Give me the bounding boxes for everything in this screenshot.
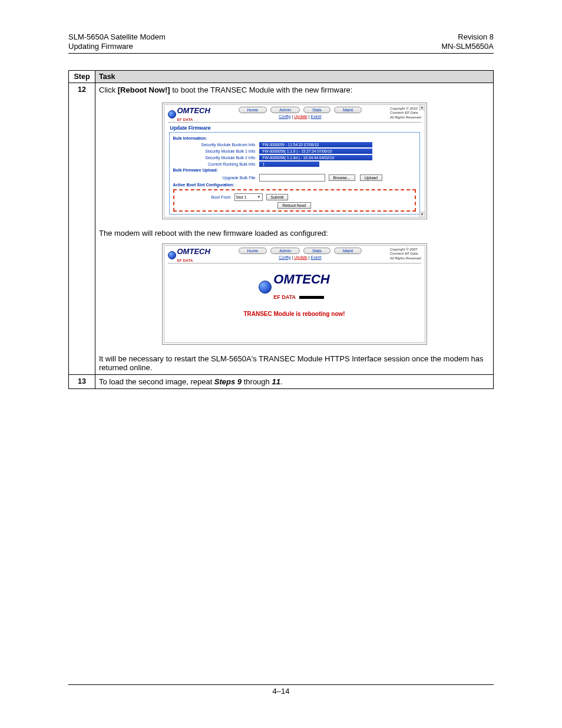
page: SLM-5650A Satellite Modem Updating Firmw… bbox=[0, 0, 562, 389]
page-title: Update Firmware bbox=[164, 123, 425, 132]
subnav-update[interactable]: Update bbox=[294, 114, 308, 118]
product-name: SLM-5650A Satellite Modem bbox=[68, 32, 166, 42]
section-name: Updating Firmware bbox=[68, 42, 166, 51]
running-label: Current Running Bulk Info bbox=[173, 162, 259, 166]
revision: Revision 8 bbox=[441, 32, 494, 42]
upload-label: Upgrade Bulk File bbox=[173, 176, 259, 180]
comtech-logo-large: OMTECH EF DATA bbox=[259, 272, 329, 302]
instruction-line: It will be necessary to restart the SLM-… bbox=[99, 354, 490, 372]
copyright: Copyright © 2010 Comtech EF Data All Rig… bbox=[390, 107, 421, 120]
comtech-logo: OMTECH EF DATA bbox=[168, 107, 210, 122]
globe-icon bbox=[168, 110, 176, 118]
subnav-update[interactable]: Update bbox=[294, 255, 308, 259]
col-step: Step bbox=[69, 70, 95, 83]
reboot-message: TRANSEC Module is rebooting now! bbox=[164, 311, 425, 323]
table-row: 12 Click [Reboot Now!] to boot the TRANS… bbox=[69, 83, 494, 374]
chevron-down-icon: ▼ bbox=[257, 195, 261, 199]
firmware-panel: Bulk Information: Security Module Bootro… bbox=[169, 132, 420, 215]
reboot-now-button[interactable]: Reboot Now! bbox=[277, 202, 310, 209]
sub-nav: Config | Update | Event bbox=[239, 113, 362, 121]
nav-admin[interactable]: Admin bbox=[270, 107, 300, 113]
header-right: Revision 8 MN-SLM5650A bbox=[441, 32, 494, 52]
scroll-down-icon[interactable]: ▼ bbox=[419, 212, 425, 218]
step-number: 13 bbox=[69, 374, 95, 388]
col-task: Task bbox=[95, 70, 494, 83]
scrollbar[interactable]: ▲ ▼ bbox=[419, 104, 425, 218]
bootfrom-label: Boot From bbox=[178, 195, 234, 199]
page-number: 4–14 bbox=[273, 687, 290, 696]
subnav-event[interactable]: Event bbox=[310, 255, 321, 259]
instruction-line: Click [Reboot Now!] to boot the TRANSEC … bbox=[99, 85, 490, 94]
doc-number: MN-SLM5650A bbox=[441, 42, 494, 51]
highlight-ring: Boot From Slot 1▼ Submit Reboot Now! bbox=[173, 189, 416, 212]
nav-maint[interactable]: Maint bbox=[334, 248, 362, 254]
subnav-config[interactable]: Config bbox=[279, 255, 290, 259]
header-rule bbox=[68, 53, 494, 54]
table-row: 13 To load the second image, repeat Step… bbox=[69, 374, 494, 388]
subnav-config[interactable]: Config bbox=[279, 114, 290, 118]
nav-maint[interactable]: Maint bbox=[334, 107, 362, 113]
copyright: Copyright © 2007 Comtech EF Data All Rig… bbox=[390, 248, 421, 261]
upload-button[interactable]: Upload bbox=[360, 174, 382, 181]
page-header: SLM-5650A Satellite Modem Updating Firmw… bbox=[68, 32, 494, 52]
step-number: 12 bbox=[69, 83, 95, 374]
section-upload: Bulk Firmware Upload: bbox=[173, 168, 416, 172]
browse-button[interactable]: Browse... bbox=[329, 174, 355, 181]
header-left: SLM-5650A Satellite Modem Updating Firmw… bbox=[68, 32, 166, 52]
bulk1-label: Security Module Bulk 1 Info bbox=[173, 149, 259, 153]
nav-home[interactable]: Home bbox=[239, 248, 267, 254]
comtech-logo: OMTECH EF DATA bbox=[168, 248, 210, 263]
submit-button[interactable]: Submit bbox=[266, 194, 289, 200]
task-cell: To load the second image, repeat Steps 9… bbox=[95, 374, 494, 388]
nav-home[interactable]: Home bbox=[239, 107, 267, 113]
bootrom-value: FW-0000059 - 11:54:32 07/06/10 bbox=[259, 142, 372, 147]
firmware-screenshot-1: ▲ ▼ OMTECH EF DATA bbox=[162, 103, 427, 219]
nav-admin[interactable]: Admin bbox=[270, 248, 300, 254]
upload-file-input[interactable] bbox=[259, 174, 325, 182]
task-cell: Click [Reboot Now!] to boot the TRANSEC … bbox=[95, 83, 494, 374]
nav-stats[interactable]: Stats bbox=[303, 248, 330, 254]
scroll-up-icon[interactable]: ▲ bbox=[419, 104, 425, 110]
sub-nav: Config | Update | Event bbox=[239, 254, 362, 262]
steps-table: Step Task 12 Click [Reboot Now!] to boot… bbox=[68, 70, 494, 389]
bulk2-label: Security Module Bulk 2 Info bbox=[173, 156, 259, 160]
boot-slot-select[interactable]: Slot 1▼ bbox=[234, 193, 263, 201]
section-bulk-info: Bulk Information: bbox=[173, 136, 416, 140]
bootrom-label: Security Module Bootrom Info bbox=[173, 143, 259, 147]
globe-icon bbox=[259, 281, 272, 294]
page-footer: 4–14 bbox=[68, 684, 494, 696]
bulk2-value: FW-0000058( 1.1.8d ) - 16:34:44 04/02/10 bbox=[259, 155, 372, 160]
globe-icon bbox=[168, 251, 176, 259]
firmware-screenshot-2: OMTECH EF DATA Home Admin Stats Maint bbox=[162, 243, 427, 345]
section-boot-config: Active Boot Slot Configuration: bbox=[173, 183, 416, 187]
bulk1-value: FW-0000058( 1.1.8 ) - 15:27:24 07/06/10 bbox=[259, 149, 372, 154]
subnav-event[interactable]: Event bbox=[310, 114, 321, 118]
instruction-line: The modem will reboot with the new firmw… bbox=[99, 229, 490, 238]
nav-stats[interactable]: Stats bbox=[303, 107, 330, 113]
running-value: 1 bbox=[259, 162, 319, 167]
